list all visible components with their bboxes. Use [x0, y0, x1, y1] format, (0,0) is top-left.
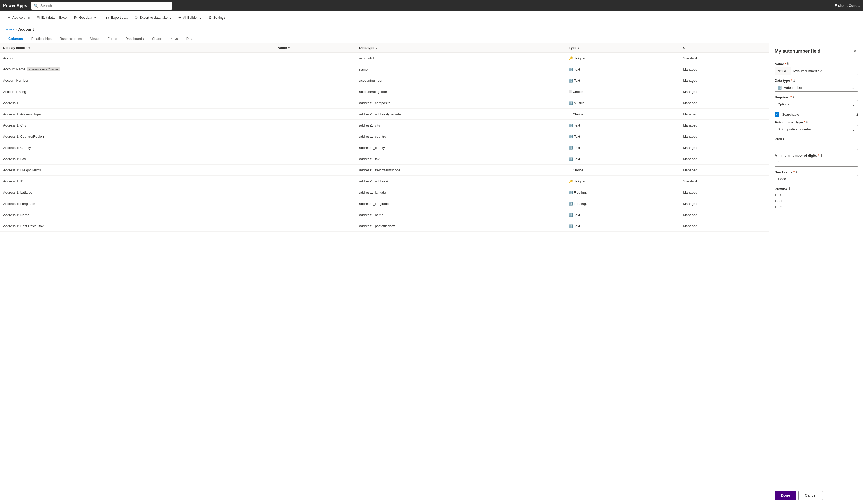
cell-display-name: Address 1: Post Office Box — [0, 220, 275, 232]
table-row[interactable]: Address 1: Latitude···address1_latitude🔢… — [0, 187, 769, 198]
table-row[interactable]: Account NamePrimary Name Column···name🔡T… — [0, 64, 769, 75]
row-menu-button[interactable]: ··· — [278, 178, 284, 184]
tab-charts[interactable]: Charts — [148, 35, 166, 43]
searchable-checkbox[interactable]: ✓ — [775, 112, 779, 117]
th-name[interactable]: Name∨ — [275, 43, 356, 53]
searchable-info-icon[interactable]: ℹ — [856, 112, 858, 116]
seed-info-icon[interactable]: ℹ — [796, 170, 797, 174]
table-row[interactable]: Address 1: Fax···address1_fax🔡TextManage… — [0, 153, 769, 165]
tab-columns[interactable]: Columns — [4, 35, 27, 43]
table-row[interactable]: Address 1: Country/Region···address1_cou… — [0, 131, 769, 142]
plus-icon: ＋ — [7, 15, 11, 20]
search-input[interactable] — [40, 4, 169, 8]
cell-datatype: ☰Choice — [566, 86, 680, 98]
row-menu-button[interactable]: ··· — [278, 55, 284, 61]
cancel-button[interactable]: Cancel — [798, 491, 823, 500]
datatype-icon: 🔢 — [569, 191, 573, 194]
row-menu-button[interactable]: ··· — [278, 167, 284, 173]
database-icon: 🗄 — [74, 15, 78, 20]
row-menu-button[interactable]: ··· — [278, 100, 284, 106]
get-data-button[interactable]: 🗄 Get data ∨ — [71, 14, 99, 21]
cell-datatype: 🔡Text — [566, 120, 680, 131]
side-panel-header: My autonumber field × — [770, 43, 863, 58]
datatype-icon: 🔑 — [569, 56, 573, 60]
datatype-select-wrapper[interactable]: 🔢 Autonumber Text Choice Date and time L… — [775, 83, 858, 92]
th-data-type[interactable]: Data type∨ — [356, 43, 566, 53]
th-custom: C — [680, 43, 769, 53]
breadcrumb: Tables › Account — [4, 27, 859, 31]
searchable-label: Searchable — [782, 113, 799, 116]
table-row[interactable]: Address 1: County···address1_county🔡Text… — [0, 142, 769, 153]
table-row[interactable]: Address 1: ID···address1_addressid🔑Uniqu… — [0, 176, 769, 187]
autonumber-type-select-wrapper[interactable]: String prefixed number Date prefixed num… — [775, 125, 858, 133]
row-menu-button[interactable]: ··· — [278, 156, 284, 161]
row-menu-button[interactable]: ··· — [278, 212, 284, 218]
cell-display-name: Account Number — [0, 75, 275, 86]
datatype-icon: 🔡 — [569, 79, 573, 82]
min-digits-info-icon[interactable]: ℹ — [821, 154, 822, 157]
name-field-group: Name * ℹ cr25d_ — [775, 62, 858, 75]
tab-relationships[interactable]: Relationships — [27, 35, 56, 43]
row-menu-button[interactable]: ··· — [278, 122, 284, 128]
row-menu-button[interactable]: ··· — [278, 201, 284, 206]
datatype-icon: 🔡 — [569, 213, 573, 217]
row-menu-button[interactable]: ··· — [278, 89, 284, 94]
search-bar[interactable]: 🔍 — [31, 2, 172, 10]
table-row[interactable]: Address 1: Longitude···address1_longitud… — [0, 198, 769, 209]
cell-datatype: 🔡Text — [566, 220, 680, 232]
table-row[interactable]: Account···accountid🔑Unique ...Standard — [0, 53, 769, 64]
edit-excel-button[interactable]: ⊞ Edit data in Excel — [34, 14, 70, 22]
cell-name: accountid — [356, 53, 566, 64]
required-select[interactable]: Optional Business required Business reco… — [775, 100, 858, 108]
datatype-info-icon[interactable]: ℹ — [793, 79, 795, 82]
row-menu-button[interactable]: ··· — [278, 66, 284, 72]
table-row[interactable]: Address 1: Name···address1_name🔡TextMana… — [0, 209, 769, 220]
breadcrumb-tables[interactable]: Tables — [4, 27, 14, 31]
table-row[interactable]: Account Number···accountnumber🔡TextManag… — [0, 75, 769, 86]
cell-display-name: Address 1: City — [0, 120, 275, 131]
th-type[interactable]: Type∨ — [566, 43, 680, 53]
close-button[interactable]: × — [852, 48, 858, 54]
prefix-input[interactable] — [775, 142, 858, 150]
cell-type: Managed — [680, 98, 769, 108]
row-menu-button[interactable]: ··· — [278, 111, 284, 117]
export-data-button[interactable]: ↦ Export data — [103, 14, 131, 22]
tab-keys[interactable]: Keys — [166, 35, 182, 43]
table-row[interactable]: Address 1: Post Office Box···address1_po… — [0, 220, 769, 232]
settings-button[interactable]: ⚙ Settings — [205, 14, 228, 22]
done-button[interactable]: Done — [775, 491, 796, 500]
name-input[interactable] — [791, 67, 858, 75]
autonumber-type-select[interactable]: String prefixed number Date prefixed num… — [775, 125, 858, 133]
tab-business-rules[interactable]: Business rules — [56, 35, 86, 43]
add-column-button[interactable]: ＋ Add column — [4, 14, 33, 22]
autonumber-type-info-icon[interactable]: ℹ — [806, 120, 808, 124]
required-select-wrapper[interactable]: Optional Business required Business reco… — [775, 100, 858, 108]
tab-forms[interactable]: Forms — [103, 35, 121, 43]
min-digits-input[interactable] — [775, 158, 858, 167]
ai-builder-button[interactable]: ✦ AI Builder ∨ — [176, 14, 204, 22]
table-row[interactable]: Address 1: Freight Terms···address1_frei… — [0, 165, 769, 176]
row-menu-button[interactable]: ··· — [278, 133, 284, 139]
side-panel-title: My autonumber field — [775, 49, 821, 54]
row-menu-button[interactable]: ··· — [278, 78, 284, 83]
required-required-star: * — [790, 95, 792, 99]
required-info-icon[interactable]: ℹ — [793, 95, 794, 99]
export-lake-button[interactable]: ⊙ Export to data lake ∨ — [132, 14, 174, 22]
tab-dashboards[interactable]: Dashboards — [121, 35, 148, 43]
row-menu-button[interactable]: ··· — [278, 145, 284, 151]
preview-info-icon[interactable]: ℹ — [788, 187, 790, 191]
row-menu-button[interactable]: ··· — [278, 190, 284, 195]
table-row[interactable]: Address 1: Address Type···address1_addre… — [0, 108, 769, 120]
tab-data[interactable]: Data — [182, 35, 198, 43]
get-data-label: Get data — [79, 16, 92, 20]
tab-views[interactable]: Views — [86, 35, 103, 43]
table-row[interactable]: Address 1: City···address1_city🔡TextMana… — [0, 120, 769, 131]
row-menu-button[interactable]: ··· — [278, 223, 284, 229]
table-row[interactable]: Account Rating···accountratingcode☰Choic… — [0, 86, 769, 98]
datatype-select[interactable]: Autonumber Text Choice Date and time Loo… — [784, 86, 855, 90]
seed-input[interactable] — [775, 175, 858, 183]
th-display-name[interactable]: Display name↑ ∨ — [0, 43, 275, 53]
name-info-icon[interactable]: ℹ — [787, 62, 788, 66]
table-row[interactable]: Address 1···address1_composite🔡Multilin.… — [0, 98, 769, 108]
cell-datatype: 🔢Floating... — [566, 198, 680, 209]
